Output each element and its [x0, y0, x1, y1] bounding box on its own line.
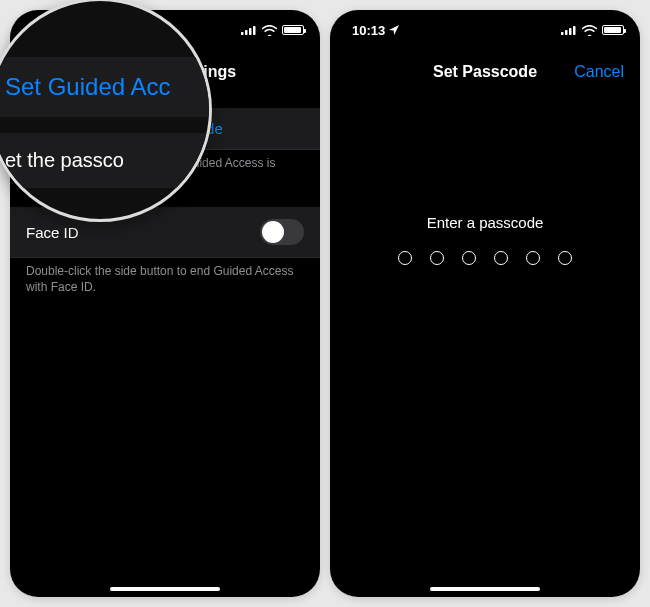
svg-rect-6 [569, 28, 572, 35]
toggle-knob [262, 221, 284, 243]
home-indicator[interactable] [430, 587, 540, 591]
location-icon [389, 23, 399, 38]
cellular-signal-icon [241, 25, 257, 35]
nav-title: Set Passcode [433, 63, 537, 81]
cell-label: Face ID [26, 224, 79, 241]
passcode-dots[interactable] [398, 251, 572, 265]
wifi-icon [582, 25, 597, 36]
status-time: 10:13 [352, 23, 385, 38]
passcode-dot [398, 251, 412, 265]
battery-icon [282, 25, 304, 35]
svg-rect-4 [561, 32, 564, 35]
cell-footer-note: Double-click the side button to end Guid… [10, 258, 320, 315]
lens-secondary-text: et the passco [0, 133, 212, 188]
svg-rect-5 [565, 30, 568, 35]
passcode-prompt: Enter a passcode [427, 214, 544, 231]
status-bar: 10:13 [330, 10, 640, 50]
lens-primary-text: Set Guided Acc [0, 57, 212, 117]
svg-rect-2 [249, 28, 252, 35]
cancel-label: Cancel [574, 63, 624, 80]
wifi-icon [262, 25, 277, 36]
nav-bar: Set Passcode Cancel [330, 50, 640, 94]
svg-rect-3 [253, 26, 256, 35]
passcode-dot [526, 251, 540, 265]
svg-rect-0 [241, 32, 244, 35]
svg-rect-7 [573, 26, 576, 35]
home-indicator[interactable] [110, 587, 220, 591]
cellular-signal-icon [561, 25, 577, 35]
passcode-dot [494, 251, 508, 265]
passcode-dot [462, 251, 476, 265]
svg-rect-1 [245, 30, 248, 35]
content: Enter a passcode [330, 94, 640, 597]
passcode-dot [558, 251, 572, 265]
right-phone: 10:13 Set Passcode Cancel Enter a passco… [330, 10, 640, 597]
battery-icon [602, 25, 624, 35]
face-id-cell[interactable]: Face ID [10, 207, 320, 258]
face-id-toggle[interactable] [260, 219, 304, 245]
passcode-dot [430, 251, 444, 265]
cancel-button[interactable]: Cancel [574, 63, 624, 81]
passcode-area: Enter a passcode [330, 214, 640, 265]
